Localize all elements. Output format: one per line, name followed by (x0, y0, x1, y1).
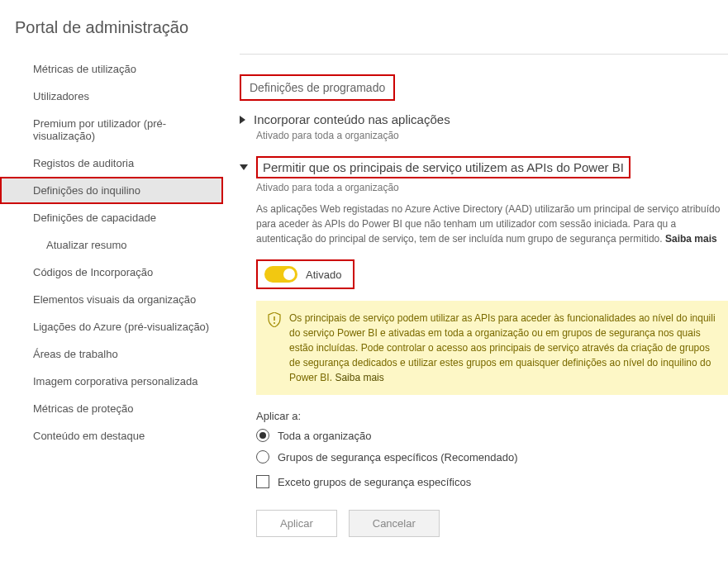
apply-button[interactable]: Aplicar (256, 510, 337, 537)
main-content: Definições de programado Incorporar cont… (223, 52, 728, 552)
section-header-developer-settings: Definições de programado (240, 74, 395, 101)
svg-point-1 (274, 322, 275, 324)
sidebar-item-tenant-settings[interactable]: Definições do inquilino (0, 177, 223, 204)
setting-description: As aplicações Web registadas no Azure Ac… (240, 202, 728, 246)
toggle-label: Ativado (306, 269, 341, 281)
warning-box: Os principais de serviço podem utilizar … (256, 301, 728, 395)
radio-label: Toda a organização (278, 430, 371, 442)
sidebar-item-capacity-settings[interactable]: Definições de capacidade (0, 204, 223, 231)
sidebar-item-featured-content[interactable]: Conteúdo em destaque (0, 422, 223, 449)
setting-status: Ativado para toda a organização (240, 182, 728, 193)
shield-warning-icon (268, 312, 281, 385)
radio-entire-org[interactable] (256, 429, 269, 442)
sidebar-item-embed-codes[interactable]: Códigos de Incorporação (0, 259, 223, 286)
sidebar-item-azure-connections[interactable]: Ligações do Azure (pré-visualização) (0, 313, 223, 340)
sidebar-item-workspaces[interactable]: Áreas de trabalho (0, 340, 223, 368)
sidebar-item-premium-per-user[interactable]: Premium por utilizador (pré-visualização… (0, 110, 223, 150)
setting-embed-content: Incorporar conteúdo nas aplicações Ativa… (240, 112, 728, 141)
page-title: Portal de administração (0, 0, 728, 52)
radio-specific-groups[interactable] (256, 450, 269, 464)
setting-service-principals: Permitir que os principais de serviço ut… (240, 156, 728, 537)
caret-right-icon (240, 116, 245, 124)
caret-down-icon (240, 164, 248, 170)
checkbox-except-groups[interactable] (256, 475, 269, 488)
warning-learn-more-link[interactable]: Saiba mais (335, 372, 383, 383)
radio-label: Grupos de segurança específicos (Recomen… (278, 451, 518, 464)
sidebar-item-custom-branding[interactable]: Imagem corporativa personalizada (0, 368, 223, 395)
radio-row-entire-org[interactable]: Toda a organização (256, 429, 728, 442)
setting-title: Permitir que os principais de serviço ut… (256, 156, 630, 178)
warning-text: Os principais de serviço podem utilizar … (289, 311, 716, 385)
cancel-button[interactable]: Cancelar (349, 510, 440, 537)
toggle-knob (283, 269, 295, 280)
setting-title-row[interactable]: Permitir que os principais de serviço ut… (240, 156, 728, 178)
toggle-row: Ativado (256, 259, 354, 289)
sidebar-item-refresh-summary[interactable]: Atualizar resumo (0, 231, 223, 259)
sidebar: Métricas de utilização Utilizadores Prem… (0, 52, 223, 552)
divider (240, 54, 728, 55)
sidebar-item-protection-metrics[interactable]: Métricas de proteção (0, 395, 223, 422)
radio-row-specific-groups[interactable]: Grupos de segurança específicos (Recomen… (256, 450, 728, 464)
setting-title: Incorporar conteúdo nas aplicações (254, 112, 450, 126)
setting-status: Ativado para toda a organização (240, 130, 728, 141)
sidebar-item-users[interactable]: Utilizadores (0, 83, 223, 110)
apply-to-label: Aplicar a: (256, 410, 728, 422)
button-row: Aplicar Cancelar (256, 510, 728, 537)
enabled-toggle[interactable] (264, 266, 297, 283)
sidebar-item-org-visuals[interactable]: Elementos visuais da organização (0, 286, 223, 313)
sidebar-item-audit-logs[interactable]: Registos de auditoria (0, 150, 223, 177)
sidebar-item-usage-metrics[interactable]: Métricas de utilização (0, 55, 223, 83)
setting-title-row[interactable]: Incorporar conteúdo nas aplicações (240, 112, 728, 126)
apply-to-section: Aplicar a: Toda a organização Grupos de … (256, 410, 728, 488)
checkbox-row-except-groups[interactable]: Exceto grupos de segurança específicos (256, 475, 728, 488)
learn-more-link[interactable]: Saiba mais (665, 233, 717, 245)
checkbox-label: Exceto grupos de segurança específicos (278, 476, 471, 488)
